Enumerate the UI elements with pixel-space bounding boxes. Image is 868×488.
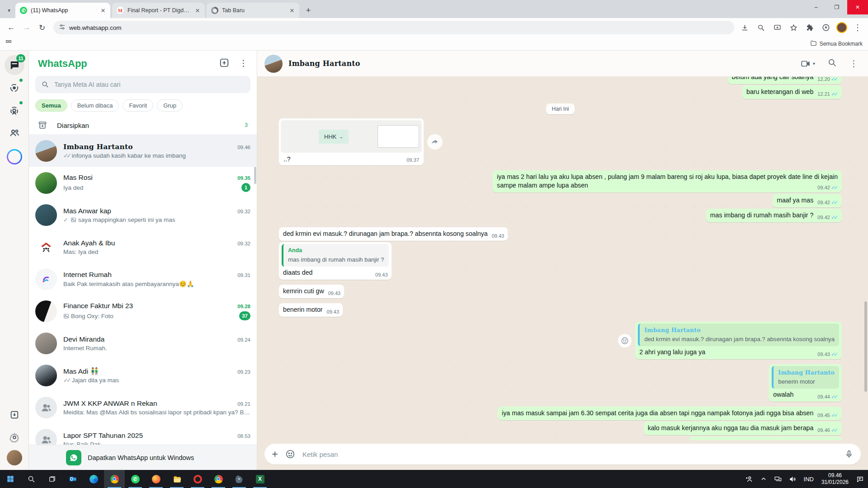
- message-bubble-outgoing[interactable]: infonya sudah kasih kabar ke mas imbang0…: [689, 436, 842, 440]
- filter-chip-grup[interactable]: Grup: [157, 99, 183, 112]
- chat-list-item[interactable]: Mas Anwar kap09.32✓saya mappingkan seper…: [29, 199, 257, 231]
- mic-icon[interactable]: [844, 450, 854, 459]
- message-bubble-outgoing[interactable]: Imbang Hartantoded krmin evi masuk.? dir…: [635, 322, 842, 359]
- image-message-bubble[interactable]: HHK⌄..?09.37: [279, 118, 424, 165]
- window-restore-button[interactable]: ❐: [826, 0, 847, 14]
- forward-button[interactable]: →: [20, 21, 33, 34]
- people-tray-icon[interactable]: [742, 470, 756, 488]
- chat-search-icon[interactable]: [828, 58, 837, 69]
- extensions-puzzle-icon[interactable]: [804, 22, 816, 33]
- tab-search-chevron-icon[interactable]: ▾: [3, 3, 15, 18]
- meta-ai-button[interactable]: [7, 149, 22, 164]
- browser-menu-icon[interactable]: ⋮: [852, 22, 863, 33]
- filter-chip-favorit[interactable]: Favorit: [123, 99, 153, 112]
- sidebar-menu-icon[interactable]: ⋮: [239, 58, 248, 70]
- notification-center-icon[interactable]: [853, 470, 867, 488]
- tab-close-icon[interactable]: ✕: [99, 7, 107, 14]
- message-bubble-incoming[interactable]: ded krmin evi masuk.? dirunagan jam brap…: [279, 227, 508, 241]
- chat-menu-icon[interactable]: ⋮: [849, 58, 858, 69]
- search-input[interactable]: [54, 81, 244, 88]
- chat-list-item[interactable]: Mas Adi 👬09.23✓✓Jajan dila ya mas: [29, 359, 257, 391]
- tab-close-icon[interactable]: ✕: [288, 7, 296, 14]
- message-bubble-outgoing[interactable]: baru keterangan di web12.21✓✓: [742, 85, 842, 99]
- contact-avatar[interactable]: [264, 55, 283, 73]
- nav-chats-button[interactable]: 11: [5, 55, 24, 75]
- chat-scrollbar[interactable]: [864, 301, 867, 392]
- taskbar-chrome-2-icon[interactable]: [208, 470, 229, 488]
- network-icon[interactable]: [771, 470, 785, 488]
- message-bubble-outgoing[interactable]: kalo masuk kerjannya aku ngga tau dia ma…: [644, 422, 842, 435]
- browser-tab[interactable]: MFinal Report - PT Digdaya Kenca✕: [112, 3, 205, 18]
- message-image[interactable]: HHK⌄: [281, 120, 422, 153]
- taskbar-start-icon[interactable]: [0, 470, 21, 488]
- nav-channels-button[interactable]: [5, 100, 24, 120]
- browser-tab[interactable]: ✆(11) WhatsApp✕: [15, 3, 110, 18]
- chat-list-item[interactable]: JWM X KKP ANWAR n Rekan09.21Meidita: Mas…: [29, 391, 257, 423]
- new-chat-icon[interactable]: [219, 58, 229, 70]
- taskbar-task-view-icon[interactable]: [42, 470, 62, 488]
- nav-communities-button[interactable]: [5, 123, 24, 143]
- window-minimize-button[interactable]: –: [806, 0, 826, 14]
- contact-name[interactable]: Imbang Hartanto: [288, 59, 795, 68]
- reload-button[interactable]: ↻: [35, 21, 49, 34]
- message-input[interactable]: [302, 450, 837, 458]
- search-bar[interactable]: [35, 76, 250, 93]
- all-bookmarks-button[interactable]: Semua Bookmark: [810, 40, 863, 48]
- tab-close-icon[interactable]: ✕: [194, 7, 201, 14]
- message-bubble-outgoing[interactable]: iya mas masuk sampai jam 6.30 sempat cer…: [498, 407, 842, 420]
- chat-list-item[interactable]: Internet Rumah09.31Baik Pak terimakasih …: [29, 263, 257, 295]
- window-close-button[interactable]: ✕: [847, 0, 868, 14]
- video-call-button[interactable]: ▾: [801, 59, 815, 69]
- message-bubble-outgoing[interactable]: mas imbang di rumah masih banjir ?09.42✓…: [706, 209, 842, 222]
- message-bubble-incoming[interactable]: kemrin cuti gw09.43: [279, 285, 344, 298]
- taskbar-settings-icon[interactable]: [229, 470, 250, 488]
- message-bubble-incoming[interactable]: benerin motor09.43: [279, 303, 343, 317]
- quoted-message[interactable]: Imbang Hartantobenerin motor: [772, 366, 839, 389]
- bookmark-star-icon[interactable]: [788, 22, 799, 33]
- message-bubble-outgoing[interactable]: iya mas 2 hari lalu ya aku lupa absen , …: [493, 170, 842, 192]
- taskbar-excel-icon[interactable]: X: [250, 470, 270, 488]
- attach-plus-icon[interactable]: +: [272, 448, 278, 460]
- back-button[interactable]: ←: [5, 21, 18, 34]
- react-emoji-button[interactable]: [618, 334, 632, 347]
- language-indicator[interactable]: IND: [801, 470, 817, 488]
- sidebar-scrollbar[interactable]: [254, 167, 256, 184]
- nav-status-button[interactable]: [5, 78, 24, 98]
- download-page-icon[interactable]: [739, 22, 750, 33]
- quoted-message[interactable]: Imbang Hartantoded krmin evi masuk.? dir…: [638, 324, 839, 346]
- taskbar-search-icon[interactable]: [21, 470, 42, 488]
- message-bubble-incoming[interactable]: Andamas imbang di rumah masih banjir ?di…: [279, 242, 392, 280]
- chat-list-item[interactable]: Devi Miranda09.24Internet Rumah.: [29, 327, 257, 359]
- apps-grid-icon[interactable]: [5, 40, 12, 48]
- message-bubble-outgoing[interactable]: maaf ya mas09.42✓✓: [773, 194, 842, 207]
- taskbar-clock[interactable]: 09.46 31/01/2026: [818, 472, 852, 486]
- quoted-message[interactable]: Andamas imbang di rumah masih banjir ?: [282, 244, 389, 267]
- filter-chip-semua[interactable]: Semua: [35, 99, 67, 112]
- profile-avatar[interactable]: [7, 450, 22, 465]
- settings-button[interactable]: [5, 427, 24, 447]
- taskbar-file-explorer-icon[interactable]: [166, 470, 187, 488]
- sticker-emoji-icon[interactable]: [285, 449, 295, 459]
- downloads-tray-icon[interactable]: [820, 22, 832, 33]
- tray-chevron-icon[interactable]: [757, 470, 770, 488]
- address-bar[interactable]: web.whatsapp.com: [53, 21, 734, 34]
- install-app-icon[interactable]: [771, 22, 783, 33]
- filter-chip-belum-dibaca[interactable]: Belum dibaca: [71, 99, 119, 112]
- taskbar-outlook-icon[interactable]: [62, 470, 83, 488]
- taskbar-chrome-icon[interactable]: [104, 470, 125, 488]
- taskbar-opera-icon[interactable]: [187, 470, 208, 488]
- chat-list-item[interactable]: Mas Rosi09.35Iya ded1: [29, 167, 257, 199]
- message-bubble-outgoing[interactable]: Imbang Hartantobenerin motorowalah09.44✓…: [769, 364, 842, 402]
- browser-profile-avatar[interactable]: [836, 22, 847, 33]
- zoom-search-icon[interactable]: [755, 22, 767, 33]
- chat-list-item[interactable]: Finance Faktur Mbi 2309.28Bong Oxy: Foto…: [29, 295, 257, 327]
- download-app-button[interactable]: [5, 405, 24, 425]
- chat-list-item[interactable]: Imbang Hartanto09.46✓✓infonya sudah kasi…: [29, 135, 257, 167]
- new-tab-button[interactable]: +: [302, 4, 315, 17]
- get-windows-app-banner[interactable]: Dapatkan WhatsApp untuk Windows: [29, 445, 257, 470]
- chat-list-item[interactable]: Anak Ayah & Ibu09.32Mas: Iya ded: [29, 231, 257, 263]
- message-bubble-outgoing[interactable]: belum ada yang cair soalnya12.20✓✓: [728, 77, 842, 84]
- chat-header[interactable]: Imbang Hartanto ▾ ⋮: [257, 51, 868, 77]
- browser-tab[interactable]: Tab Baru✕: [207, 3, 299, 18]
- taskbar-firefox-icon[interactable]: [146, 470, 166, 488]
